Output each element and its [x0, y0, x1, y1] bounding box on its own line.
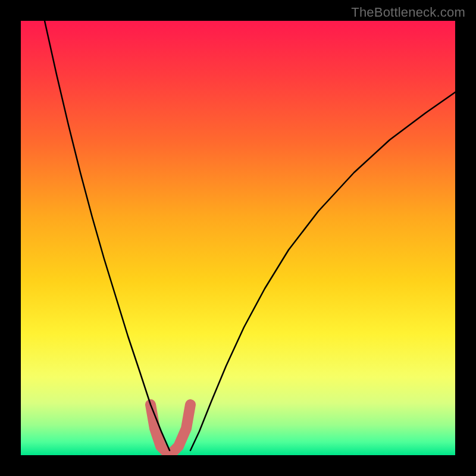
bottleneck-curve-right	[190, 92, 455, 450]
curve-layer	[21, 21, 455, 455]
chart-frame: TheBottleneck.com	[0, 0, 476, 476]
highlight-band	[151, 405, 190, 455]
watermark-text: TheBottleneck.com	[351, 5, 465, 20]
plot-area	[21, 21, 455, 455]
bottleneck-curve-left	[45, 21, 170, 450]
